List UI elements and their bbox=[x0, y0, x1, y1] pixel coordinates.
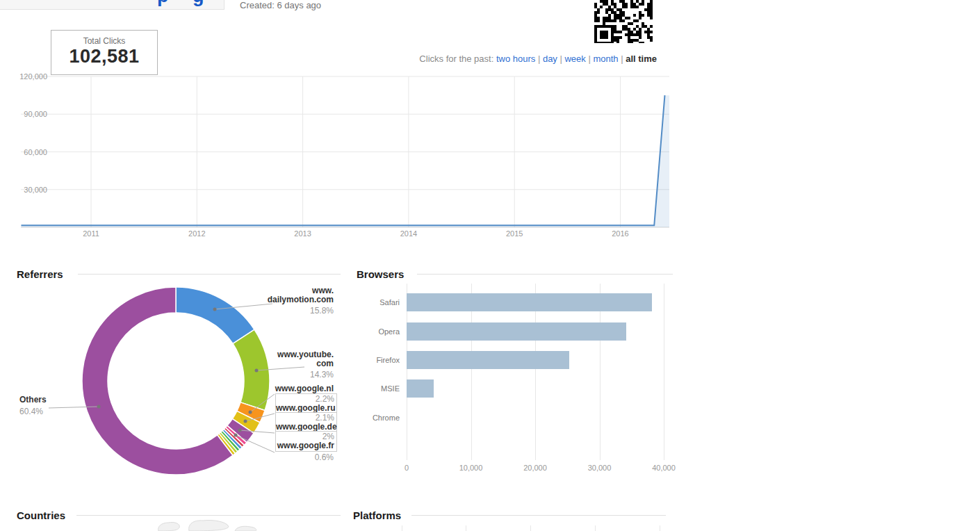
y-axis-tick: 60,000 bbox=[18, 148, 47, 156]
browsers-bar-chart: 010,00020,00030,00040,000SafariOperaFire… bbox=[354, 264, 681, 487]
browser-label-chrome: Chrome bbox=[354, 414, 400, 422]
referrer-label-dailymotion: www. dailymotion.com 15.8% bbox=[257, 286, 334, 316]
clicks-over-time-chart[interactable]: 120,00090,00060,00030,000 20112012201320… bbox=[0, 0, 681, 243]
browser-bar-firefox[interactable] bbox=[407, 351, 569, 369]
stats-page: p g g Created: 6 days ago Total Clicks 1… bbox=[0, 0, 980, 531]
browser-axis-tick: 30,000 bbox=[579, 464, 621, 472]
x-axis-tick: 2012 bbox=[176, 229, 218, 238]
referrer-callout-google-ru: 2.2% www.google.ru bbox=[275, 393, 337, 414]
x-axis-tick: 2014 bbox=[388, 229, 430, 238]
countries-map-partial bbox=[153, 518, 264, 531]
browser-bar-opera[interactable] bbox=[407, 322, 626, 341]
browser-bar-msie[interactable] bbox=[407, 379, 434, 398]
browser-axis-tick: 20,000 bbox=[514, 464, 556, 472]
browser-label-msie: MSIE bbox=[354, 384, 400, 393]
browser-bar-safari[interactable] bbox=[407, 293, 652, 311]
browser-label-safari: Safari bbox=[354, 298, 400, 307]
donut-slice-www.dailymotion.com[interactable] bbox=[176, 287, 254, 343]
referrer-pct-google-fr: 0.6% bbox=[257, 453, 334, 462]
referrer-label-others: Others 60.4% bbox=[19, 395, 47, 416]
x-axis-tick: 2013 bbox=[282, 229, 324, 238]
referrer-callout-google-de: 2.1% www.google.de bbox=[275, 412, 337, 433]
browser-axis-tick: 0 bbox=[386, 464, 427, 472]
browser-axis-tick: 10,000 bbox=[450, 464, 492, 472]
x-axis-tick: 2015 bbox=[493, 229, 535, 238]
y-axis-tick: 90,000 bbox=[18, 110, 47, 118]
browser-axis-tick: 40,000 bbox=[643, 464, 685, 472]
y-axis-tick: 30,000 bbox=[18, 186, 47, 194]
y-axis-tick: 120,000 bbox=[18, 72, 47, 81]
platform-gridline bbox=[530, 525, 531, 531]
referrer-label-youtube: www.youtube. com 14.3% bbox=[257, 350, 334, 379]
browser-label-opera: Opera bbox=[354, 327, 400, 336]
platform-gridline bbox=[660, 525, 660, 531]
platforms-heading: Platforms bbox=[353, 509, 401, 521]
platforms-rule bbox=[411, 515, 666, 516]
platform-gridline bbox=[402, 525, 402, 531]
platform-gridline bbox=[595, 525, 596, 531]
x-axis-tick: 2016 bbox=[600, 229, 642, 238]
countries-heading: Countries bbox=[17, 509, 65, 521]
browser-gridline bbox=[664, 284, 664, 460]
browser-label-firefox: Firefox bbox=[354, 356, 400, 364]
platform-gridline bbox=[466, 525, 466, 531]
referrer-label-google-nl: www.google.nl bbox=[257, 384, 334, 393]
x-axis-tick: 2011 bbox=[70, 229, 112, 238]
referrer-callout-google-fr: 2% www.google.fr bbox=[275, 431, 337, 452]
countries-rule bbox=[76, 515, 341, 516]
